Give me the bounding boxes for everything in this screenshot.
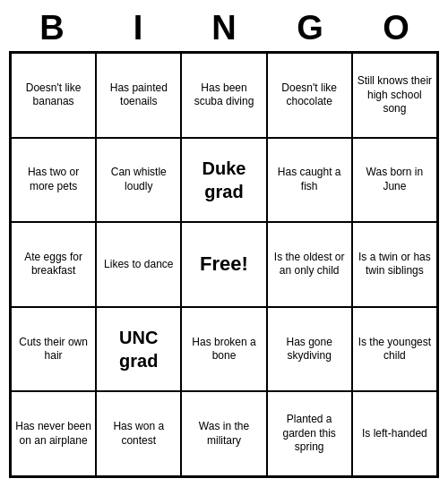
bingo-cell[interactable]: Has caught a fish <box>267 138 352 223</box>
bingo-cell[interactable]: Is the youngest child <box>352 307 437 392</box>
bingo-cell[interactable]: Duke grad <box>181 138 266 223</box>
bingo-cell[interactable]: Cuts their own hair <box>11 307 96 392</box>
bingo-cell[interactable]: Has broken a bone <box>181 307 266 392</box>
bingo-cell[interactable]: Still knows their high school song <box>352 53 437 138</box>
bingo-cell[interactable]: Has two or more pets <box>11 138 96 223</box>
bingo-cell[interactable]: Has painted toenails <box>96 53 181 138</box>
bingo-letter: B <box>13 9 90 47</box>
bingo-cell[interactable]: Is the oldest or an only child <box>267 222 352 307</box>
bingo-cell[interactable]: Has won a contest <box>96 391 181 476</box>
bingo-cell[interactable]: Has gone skydiving <box>267 307 352 392</box>
bingo-cell[interactable]: Is left-handed <box>352 391 437 476</box>
bingo-cell[interactable]: Doesn't like chocolate <box>267 53 352 138</box>
bingo-letter: N <box>185 9 263 47</box>
bingo-cell[interactable]: Doesn't like bananas <box>11 53 96 138</box>
bingo-cell[interactable]: UNC grad <box>96 307 181 392</box>
bingo-cell[interactable]: Is a twin or has twin siblings <box>352 222 437 307</box>
bingo-letter: O <box>358 9 435 47</box>
bingo-cell[interactable]: Can whistle loudly <box>96 138 181 223</box>
bingo-cell[interactable]: Likes to dance <box>96 222 181 307</box>
bingo-cell[interactable]: Planted a garden this spring <box>267 391 352 476</box>
bingo-cell[interactable]: Free! <box>181 222 266 307</box>
bingo-cell[interactable]: Was in the military <box>181 391 266 476</box>
bingo-cell[interactable]: Has never been on an airplane <box>11 391 96 476</box>
bingo-title: BINGO <box>9 9 439 47</box>
bingo-cell[interactable]: Ate eggs for breakfast <box>11 222 96 307</box>
bingo-cell[interactable]: Was born in June <box>352 138 437 223</box>
bingo-grid: Doesn't like bananasHas painted toenails… <box>9 51 439 478</box>
bingo-letter: G <box>271 9 349 47</box>
bingo-cell[interactable]: Has been scuba diving <box>181 53 266 138</box>
bingo-letter: I <box>99 9 177 47</box>
